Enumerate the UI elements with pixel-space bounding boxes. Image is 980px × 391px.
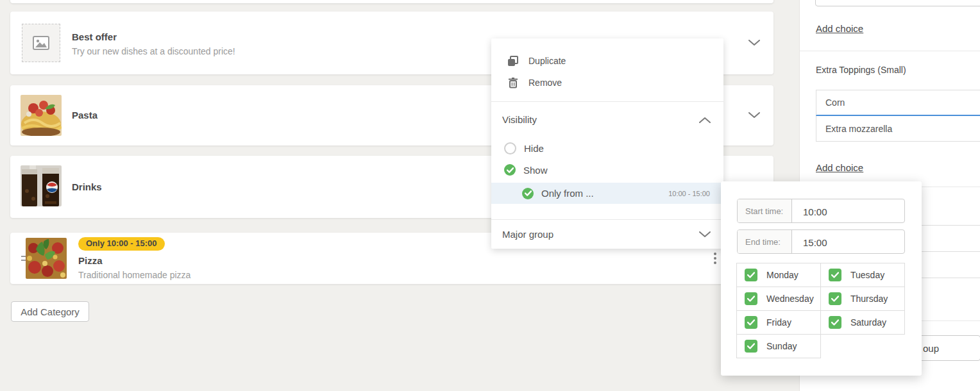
category-photo-drinks	[21, 165, 62, 206]
category-description: Try our new dishes at a discounted price…	[72, 44, 235, 58]
end-time-input[interactable]	[792, 230, 905, 254]
chevron-down-icon[interactable]	[745, 12, 763, 74]
choice-row[interactable]	[816, 116, 980, 142]
menu-item-label: Remove	[528, 78, 562, 88]
day-checkbox-saturday[interactable]: Saturday	[820, 310, 905, 335]
image-upload-placeholder[interactable]	[22, 24, 60, 62]
start-time-input[interactable]	[792, 199, 905, 223]
visibility-section-header[interactable]: Visibility	[491, 102, 723, 137]
day-checkbox-friday[interactable]: Friday	[736, 310, 821, 335]
image-icon	[33, 36, 49, 50]
section-header-label: Major group	[502, 229, 553, 240]
day-checkbox-sunday[interactable]: Sunday	[736, 334, 821, 358]
check-circle-icon	[522, 188, 534, 199]
checkbox-checked-icon	[745, 316, 757, 329]
visibility-option-only-from[interactable]: Only from ... 10:00 - 15:00	[491, 183, 723, 204]
add-category-button[interactable]: Add Category	[11, 301, 89, 322]
divider	[800, 51, 980, 51]
choice-row[interactable]	[816, 90, 980, 116]
major-group-section-header[interactable]: Major group	[491, 220, 723, 249]
option-time-range: 10:00 - 15:00	[668, 183, 710, 204]
category-title: Pasta	[72, 108, 97, 122]
day-checkbox-wednesday[interactable]: Wednesday	[736, 287, 821, 311]
option-label: Hide	[524, 143, 544, 154]
checkbox-checked-icon	[829, 292, 841, 305]
checkbox-checked-icon	[829, 269, 841, 281]
checkbox-checked-icon	[745, 292, 757, 305]
category-photo-pasta	[21, 95, 62, 136]
radio-unselected-icon	[504, 142, 516, 154]
option-label: Only from ...	[541, 188, 594, 199]
menu-item-label: Duplicate	[528, 56, 566, 66]
visibility-option-hide[interactable]: Hide	[491, 137, 723, 160]
start-time-label: Start time:	[738, 199, 792, 222]
duplicate-icon	[507, 56, 518, 67]
visibility-option-show[interactable]: Show	[491, 160, 723, 180]
category-photo-pizza	[26, 238, 67, 279]
checkbox-checked-icon	[745, 340, 757, 353]
section-header-label: Visibility	[502, 114, 537, 125]
choice-input-partial[interactable]	[815, 0, 980, 6]
choice-input-corn[interactable]	[816, 97, 980, 108]
chevron-up-icon	[699, 114, 711, 125]
end-time-label: End time:	[738, 230, 792, 253]
weekday-grid: Monday Tuesday Wednesday Thursday Friday…	[737, 263, 908, 358]
chevron-down-icon[interactable]	[745, 85, 763, 146]
end-time-group: End time:	[737, 229, 905, 254]
category-title: Pizza	[78, 254, 190, 268]
category-title: Best offer	[72, 30, 235, 44]
checkbox-checked-icon	[745, 269, 757, 281]
add-choice-link-top[interactable]: Add choice	[816, 23, 863, 34]
day-cell-empty	[820, 334, 905, 358]
day-checkbox-thursday[interactable]: Thursday	[820, 287, 905, 311]
choice-group-title: Extra Toppings (Small)	[816, 65, 906, 75]
choice-input-mozzarella[interactable]	[816, 124, 980, 134]
start-time-group: Start time:	[737, 199, 905, 223]
category-title: Drinks	[72, 180, 102, 194]
checkbox-checked-icon	[829, 316, 841, 329]
day-checkbox-monday[interactable]: Monday	[736, 263, 821, 287]
add-group-button-partial-text: oup	[923, 336, 939, 360]
chevron-down-icon	[699, 229, 711, 240]
time-schedule-popup: Start time: End time: Monday Tuesday Wed…	[721, 181, 922, 376]
menu-editor-screen: Best offer Try our new dishes at a disco…	[0, 0, 980, 391]
trash-icon	[507, 78, 518, 88]
option-label: Show	[523, 165, 548, 176]
day-checkbox-tuesday[interactable]: Tuesday	[820, 263, 905, 287]
add-choice-link-bottom[interactable]: Add choice	[816, 162, 863, 173]
check-circle-icon	[504, 164, 516, 176]
previous-card-edge	[10, 0, 773, 3]
visibility-time-badge: Only 10:00 - 15:00	[78, 237, 165, 251]
menu-item-remove[interactable]: Remove	[491, 72, 723, 94]
category-description: Traditional homemade pizza	[78, 268, 190, 282]
category-context-menu: Duplicate Remove Visibility Hi	[491, 38, 723, 249]
menu-item-duplicate[interactable]: Duplicate	[491, 50, 723, 72]
